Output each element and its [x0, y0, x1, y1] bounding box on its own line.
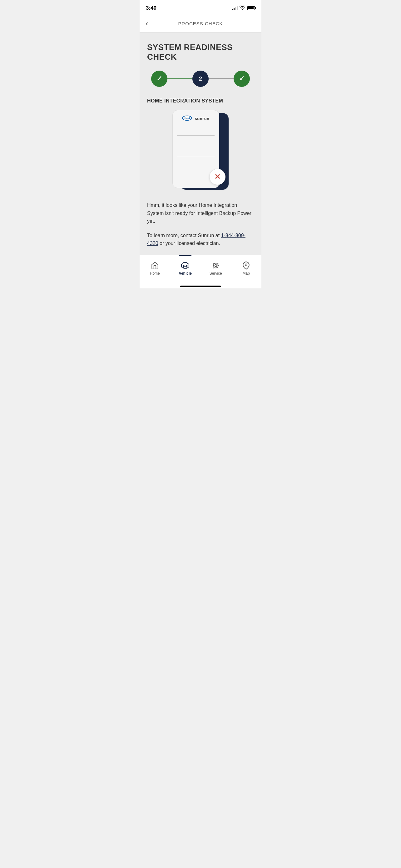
status-icons [232, 6, 255, 11]
nav-home-label: Home [150, 271, 160, 276]
device-divider-1 [177, 135, 214, 136]
device-container: Ford sunrun ✕ [147, 110, 254, 191]
step-1: ✓ [151, 71, 167, 87]
wifi-icon [239, 6, 245, 11]
step-indicator: ✓ 2 ✓ [147, 71, 254, 87]
svg-point-6 [213, 263, 218, 268]
ford-logo: Ford [182, 115, 192, 122]
back-button[interactable]: ‹ [146, 20, 148, 27]
home-indicator [140, 283, 261, 288]
error-badge: ✕ [209, 169, 226, 185]
signal-icon [232, 6, 238, 10]
svg-point-7 [245, 264, 247, 266]
nav-service-label: Service [209, 271, 222, 276]
step-line-1 [167, 79, 192, 79]
sunrun-text: sunrun [195, 116, 209, 121]
section-title: SYSTEM READINESS CHECK [147, 42, 254, 62]
header-title: PROCESS CHECK [178, 21, 223, 26]
step-3: ✓ [234, 71, 250, 87]
home-icon [151, 261, 159, 270]
status-bar: 3:40 [140, 0, 261, 15]
nav-service[interactable]: Service [201, 255, 231, 278]
error-icon: ✕ [214, 173, 221, 181]
nav-vehicle[interactable]: Vehicle [170, 255, 201, 278]
svg-point-5 [215, 265, 217, 267]
nav-map-label: Map [243, 271, 250, 276]
battery-icon [247, 6, 255, 10]
nav-map[interactable]: Map [231, 255, 262, 278]
contact-text: To learn more, contact Sunrun at 1-844-8… [147, 231, 254, 247]
error-message: Hmm, it looks like your Home Integration… [147, 201, 254, 225]
vehicle-icon [181, 261, 190, 270]
step-2: 2 [192, 71, 209, 87]
device-image: Ford sunrun ✕ [172, 110, 229, 191]
device-divider-2 [177, 156, 214, 157]
nav-home[interactable]: Home [140, 255, 170, 278]
main-content: SYSTEM READINESS CHECK ✓ 2 ✓ HOME INTEGR… [140, 32, 261, 255]
header: ‹ PROCESS CHECK [140, 15, 261, 32]
status-time: 3:40 [146, 5, 157, 11]
map-icon [242, 261, 250, 270]
svg-text:Ford: Ford [184, 117, 190, 120]
service-icon [211, 261, 220, 270]
svg-point-4 [187, 265, 188, 266]
step-line-2 [209, 79, 234, 79]
bottom-nav: Home Vehicle Service [140, 255, 261, 283]
sub-section-title: HOME INTEGRATION SYSTEM [147, 98, 254, 104]
svg-point-3 [183, 265, 184, 266]
nav-vehicle-label: Vehicle [179, 271, 192, 276]
